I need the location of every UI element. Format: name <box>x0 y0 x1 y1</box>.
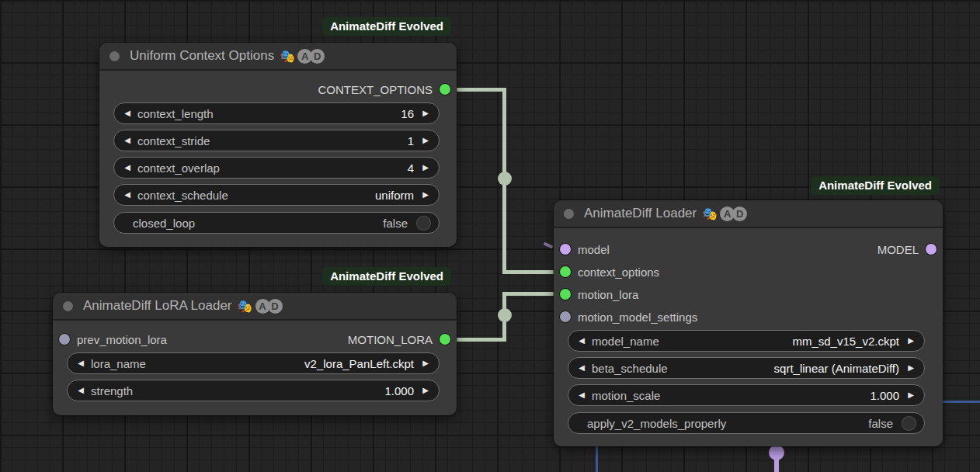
input-label: prev_motion_lora <box>77 333 167 346</box>
increment-arrow-icon[interactable]: ▶ <box>420 191 431 199</box>
widget-apply-v2-models-properly[interactable]: apply_v2_models_properly false <box>568 412 925 434</box>
widget-label: model_name <box>592 335 659 348</box>
node-source-badge: AnimateDiff Evolved <box>322 267 451 286</box>
decrement-arrow-icon[interactable]: ◀ <box>122 164 133 172</box>
node-title: AnimateDiff LoRA Loader <box>83 298 232 314</box>
widget-value: false <box>868 417 893 430</box>
node-source-badge: AnimateDiff Evolved <box>811 176 940 195</box>
node-title: AnimateDiff Loader <box>584 206 697 221</box>
collapse-dot[interactable] <box>63 301 73 311</box>
badge-d-icon: D <box>732 206 747 221</box>
node-source-badge: AnimateDiff Evolved <box>322 17 451 36</box>
widget-context-length[interactable]: ◀ context_length 16 ▶ <box>113 102 440 124</box>
context-options-reroute-dot[interactable] <box>498 172 512 186</box>
widget-value: mm_sd_v15_v2.ckpt <box>792 335 899 348</box>
wire-motion-lora-h2 <box>502 292 554 296</box>
increment-arrow-icon[interactable]: ▶ <box>420 387 431 394</box>
widget-label: strength <box>91 384 133 397</box>
widget-label: context_stride <box>137 134 210 148</box>
widget-model-name[interactable]: ◀ model_name mm_sd_v15_v2.ckpt ▶ <box>568 330 925 352</box>
widget-label: apply_v2_models_properly <box>587 417 726 430</box>
purple-reroute-dot[interactable] <box>769 445 784 460</box>
widget-context-stride[interactable]: ◀ context_stride 1 ▶ <box>113 130 440 151</box>
input-label: motion_lora <box>578 288 638 301</box>
increment-arrow-icon[interactable]: ▶ <box>420 109 431 117</box>
input-port-prev-motion-lora[interactable] <box>59 334 70 345</box>
decrement-arrow-icon[interactable]: ◀ <box>75 387 86 394</box>
widget-label: context_length <box>137 107 214 120</box>
decrement-arrow-icon[interactable]: ◀ <box>122 191 133 199</box>
decrement-arrow-icon[interactable]: ◀ <box>576 337 587 345</box>
wire-context-options-h2 <box>502 270 554 274</box>
widget-value: 1.000 <box>384 384 414 397</box>
widget-value: sqrt_linear (AnimateDiff) <box>774 362 899 375</box>
widget-label: beta_schedule <box>592 362 668 375</box>
widget-value: 16 <box>401 107 414 120</box>
theater-masks-emoji-icon: 🎭 <box>280 49 295 64</box>
input-port-model[interactable] <box>560 244 571 255</box>
collapse-dot[interactable] <box>109 51 120 61</box>
node-animatediff-lora-loader[interactable]: AnimateDiff LoRA Loader 🎭 A D prev_motio… <box>53 293 457 415</box>
input-port-context-options[interactable] <box>560 266 571 277</box>
theater-masks-emoji-icon: 🎭 <box>702 206 718 221</box>
widget-value: 1.000 <box>870 389 899 402</box>
input-port-motion-model-settings[interactable] <box>560 311 571 322</box>
motion-lora-reroute-dot[interactable] <box>498 308 512 322</box>
output-label: MOTION_LORA <box>348 333 433 346</box>
widget-label: motion_scale <box>592 389 660 402</box>
widget-label: lora_name <box>91 357 146 370</box>
node-title-bar[interactable]: AnimateDiff Loader 🎭 A D <box>554 200 943 228</box>
node-title-bar[interactable]: AnimateDiff LoRA Loader 🎭 A D <box>53 293 457 321</box>
decrement-arrow-icon[interactable]: ◀ <box>75 359 86 367</box>
output-label: MODEL <box>877 243 919 256</box>
node-graph-canvas[interactable]: AnimateDiff Evolved AnimateDiff Evolved … <box>0 0 980 472</box>
input-label: context_options <box>578 266 659 279</box>
node-uniform-context-options[interactable]: Uniform Context Options 🎭 A D CONTEXT_OP… <box>99 43 457 247</box>
increment-arrow-icon[interactable]: ▶ <box>420 164 431 172</box>
widget-label: context_overlap <box>137 161 220 175</box>
badge-d-icon: D <box>310 49 325 64</box>
wire-model-stub <box>544 242 554 249</box>
widget-context-schedule[interactable]: ◀ context_schedule uniform ▶ <box>113 184 440 206</box>
decrement-arrow-icon[interactable]: ◀ <box>122 109 133 117</box>
increment-arrow-icon[interactable]: ▶ <box>420 359 431 367</box>
widget-motion-scale[interactable]: ◀ motion_scale 1.000 ▶ <box>568 384 925 406</box>
increment-arrow-icon[interactable]: ▶ <box>905 337 916 345</box>
decrement-arrow-icon[interactable]: ◀ <box>576 391 587 399</box>
theater-masks-emoji-icon: 🎭 <box>238 299 253 314</box>
output-port-model[interactable] <box>926 244 937 255</box>
toggle-knob[interactable] <box>902 416 916 431</box>
output-port-motion-lora[interactable] <box>440 334 450 345</box>
node-animatediff-loader[interactable]: AnimateDiff Loader 🎭 A D model MODEL con… <box>554 200 943 446</box>
widget-lora-name[interactable]: ◀ lora_name v2_lora_PanLeft.ckpt ▶ <box>67 352 440 374</box>
widget-value: v2_lora_PanLeft.ckpt <box>304 357 414 370</box>
widget-label: closed_loop <box>133 217 195 230</box>
widget-closed-loop[interactable]: closed_loop false <box>113 212 440 234</box>
node-title-bar[interactable]: Uniform Context Options 🎭 A D <box>99 43 457 71</box>
increment-arrow-icon[interactable]: ▶ <box>905 391 916 399</box>
decrement-arrow-icon[interactable]: ◀ <box>576 364 587 372</box>
collapse-dot[interactable] <box>564 209 574 219</box>
widget-value: 4 <box>408 161 414 175</box>
toggle-knob[interactable] <box>416 216 431 231</box>
increment-arrow-icon[interactable]: ▶ <box>420 137 431 144</box>
output-label: CONTEXT_OPTIONS <box>318 83 433 96</box>
widget-value: 1 <box>408 134 414 148</box>
decrement-arrow-icon[interactable]: ◀ <box>122 137 133 144</box>
input-label: model <box>578 243 610 256</box>
input-label: motion_model_settings <box>578 311 697 324</box>
wire-motion-lora-h1 <box>448 338 506 342</box>
widget-value: false <box>383 217 408 230</box>
widget-beta-schedule[interactable]: ◀ beta_schedule sqrt_linear (AnimateDiff… <box>568 357 925 379</box>
widget-strength[interactable]: ◀ strength 1.000 ▶ <box>67 380 440 401</box>
input-port-motion-lora[interactable] <box>560 289 571 300</box>
node-title: Uniform Context Options <box>130 48 274 64</box>
badge-d-icon: D <box>268 299 283 314</box>
widget-context-overlap[interactable]: ◀ context_overlap 4 ▶ <box>113 157 440 179</box>
output-port-context-options[interactable] <box>440 84 450 95</box>
widget-label: context_schedule <box>137 189 228 202</box>
increment-arrow-icon[interactable]: ▶ <box>905 364 916 372</box>
widget-value: uniform <box>375 189 414 202</box>
